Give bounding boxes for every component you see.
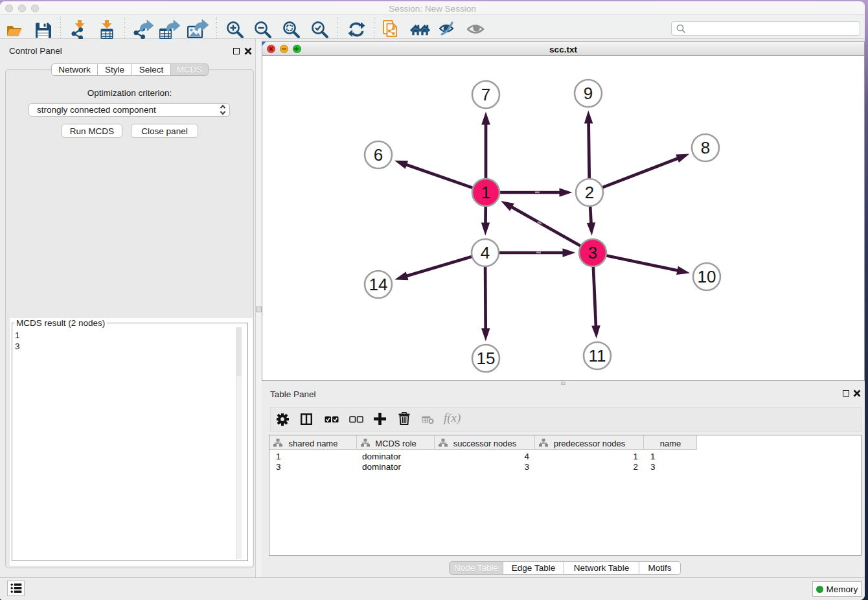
svg-text:14: 14 — [369, 275, 388, 294]
svg-text:7: 7 — [481, 85, 490, 104]
svg-text:11: 11 — [589, 346, 606, 365]
svg-text:3: 3 — [588, 243, 597, 262]
svg-text:4: 4 — [481, 243, 490, 262]
svg-text:6: 6 — [374, 145, 383, 165]
svg-text:2: 2 — [585, 183, 594, 202]
svg-text:9: 9 — [584, 84, 593, 103]
svg-text:8: 8 — [701, 138, 710, 157]
svg-text:15: 15 — [477, 349, 496, 368]
svg-text:10: 10 — [698, 267, 716, 286]
svg-text:1: 1 — [481, 183, 490, 202]
